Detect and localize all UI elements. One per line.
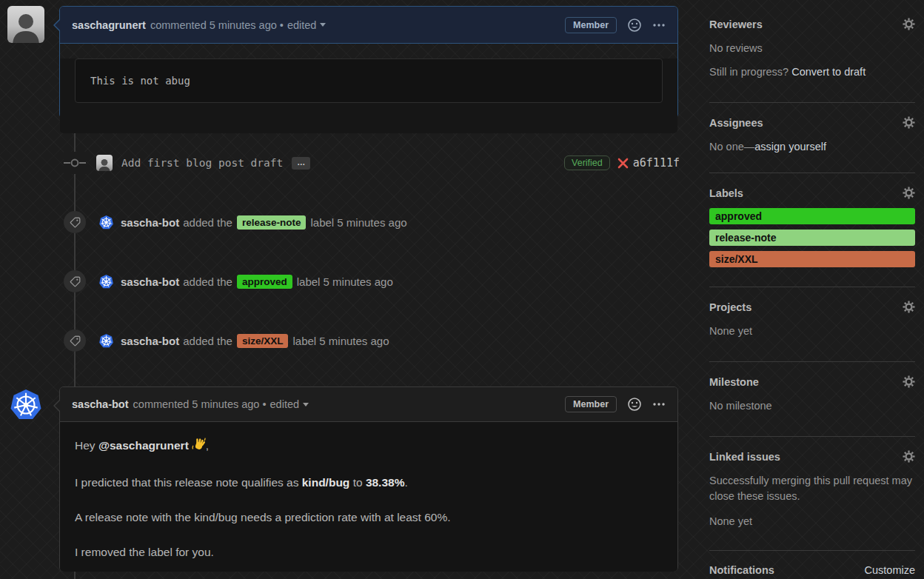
edited-dropdown[interactable]: edited [287,19,327,31]
pr-conversation-page: saschagrunert commented 5 minutes ago • … [0,0,924,579]
add-reaction-button[interactable] [627,397,642,412]
sidebar-label-release-note[interactable]: release-note [709,230,915,246]
section-title: Milestone [709,376,759,388]
label-pill[interactable]: release-note [237,215,307,230]
sidebar-section-labels: Labels approved release-note size/XXL [709,187,915,287]
gear-icon[interactable] [903,301,915,313]
gear-icon[interactable] [903,375,915,388]
label-pill[interactable]: approved [237,275,292,289]
section-title: Labels [709,187,743,199]
commit-expander-button[interactable]: … [292,157,310,170]
event-suffix-text: label 5 minutes ago [297,275,393,288]
labels-header[interactable]: Labels [709,187,915,199]
projects-header[interactable]: Projects [709,301,915,313]
event-action-text: added the [183,275,232,288]
paragraph-requirement: A release note with the kind/bug needs a… [75,509,663,526]
gear-icon[interactable] [903,187,915,199]
assignees-header[interactable]: Assignees [709,116,915,129]
commit-message-link[interactable]: Add first blog post draft [121,157,283,169]
bot-avatar[interactable] [9,388,43,422]
assignees-empty-text: No one— [709,141,754,153]
member-badge: Member [565,396,617,412]
tag-icon [64,211,86,233]
sidebar: Reviewers No reviews Still in progress? … [709,18,915,576]
comment-options-button[interactable] [652,402,666,406]
user-mention-link[interactable]: @saschagrunert [98,439,189,452]
kebab-menu-icon [652,402,666,406]
timeline-event-size-xxl: sascha-bot added the size/XXL label 5 mi… [64,329,680,352]
sidebar-section-assignees: Assignees No one—assign yourself [709,116,915,173]
add-reaction-button[interactable] [627,18,642,33]
bot-avatar[interactable] [98,274,114,290]
paragraph-prediction: I predicted that this release note quali… [75,474,663,491]
sidebar-section-projects: Projects None yet [709,301,915,362]
comment-sascha-bot: sascha-bot commented 5 minutes ago • edi… [59,386,678,572]
comment-body: This is not abug [60,58,677,133]
avatar[interactable] [7,6,44,43]
draft-hint-text: Still in progress? [709,66,791,78]
event-actor-link[interactable]: sascha-bot [121,216,179,229]
timeline-event-release-note: sascha-bot added the release-note label … [64,211,680,233]
comment-options-button[interactable] [652,23,666,27]
comment-meta: commented 5 minutes ago • [150,19,284,31]
chevron-down-icon [303,403,309,406]
section-title: Assignees [709,117,763,129]
gear-icon[interactable] [903,116,915,129]
convert-to-draft-link[interactable]: Convert to draft [791,66,866,78]
greeting-text: Hey [75,439,98,452]
period-text: . [404,476,407,489]
sidebar-section-linked-issues: Linked issues Successfully merging this … [709,450,915,551]
sidebar-section-milestone: Milestone No milestone [709,375,915,437]
customize-notifications-link[interactable]: Customize [865,564,916,576]
linked-issues-header[interactable]: Linked issues [709,450,915,463]
kubernetes-logo-icon [98,215,114,230]
code-block: This is not abug [75,58,663,103]
assign-yourself-link[interactable]: assign yourself [754,141,826,153]
commit-author-avatar[interactable] [96,155,113,171]
comment-author-link[interactable]: sascha-bot [72,398,129,410]
sidebar-label-size-xxl[interactable]: size/XXL [709,251,915,267]
reviewers-header[interactable]: Reviewers [709,18,915,30]
kind-bug-text: kind/bug [302,476,350,489]
linked-issues-description: Successfully merging this pull request m… [709,473,915,504]
edited-label: edited [270,398,300,410]
greeting-comma: , [206,439,209,452]
sidebar-section-notifications: Notifications Customize [709,564,915,576]
verified-badge[interactable]: Verified [564,155,610,170]
bot-avatar[interactable] [98,333,114,349]
kubernetes-logo-icon [98,274,114,290]
label-pill[interactable]: size/XXL [237,334,289,348]
milestone-empty-text: No milestone [709,398,915,414]
member-badge: Member [565,17,617,33]
gear-icon[interactable] [903,18,915,30]
bot-avatar[interactable] [98,215,114,230]
smiley-icon [627,397,642,412]
commit-sha-link[interactable]: a6f111f [633,156,680,170]
paragraph-greeting: Hey @saschagrunert, [75,437,663,456]
linked-issues-empty-text: None yet [709,514,915,529]
reviewers-empty-text: No reviews [709,41,915,56]
tag-icon [64,270,86,292]
section-title: Notifications [709,564,774,576]
milestone-header[interactable]: Milestone [709,375,915,388]
event-action-text: added the [183,216,232,229]
event-suffix-text: label 5 minutes ago [292,335,389,347]
prediction-text: I predicted that this release note quali… [75,476,302,489]
section-title: Linked issues [709,451,780,463]
gear-icon[interactable] [903,450,915,463]
status-failed-x-icon[interactable] [617,158,629,169]
paragraph-removed: I removed the label for you. [75,543,663,560]
sidebar-section-reviewers: Reviewers No reviews Still in progress? … [709,18,915,103]
sidebar-label-approved[interactable]: approved [709,208,915,224]
comment-author-link[interactable]: saschagrunert [72,19,146,31]
chevron-down-icon [320,23,326,27]
person-avatar-icon [7,7,44,43]
code-text: This is not abug [90,75,190,87]
smiley-icon [627,18,642,33]
projects-empty-text: None yet [709,324,915,339]
comment-header: saschagrunert commented 5 minutes ago • … [60,7,677,44]
event-actor-link[interactable]: sascha-bot [121,335,179,347]
event-actor-link[interactable]: sascha-bot [121,275,179,288]
edited-dropdown[interactable]: edited [270,398,309,410]
comment-meta: commented 5 minutes ago • [133,398,267,410]
